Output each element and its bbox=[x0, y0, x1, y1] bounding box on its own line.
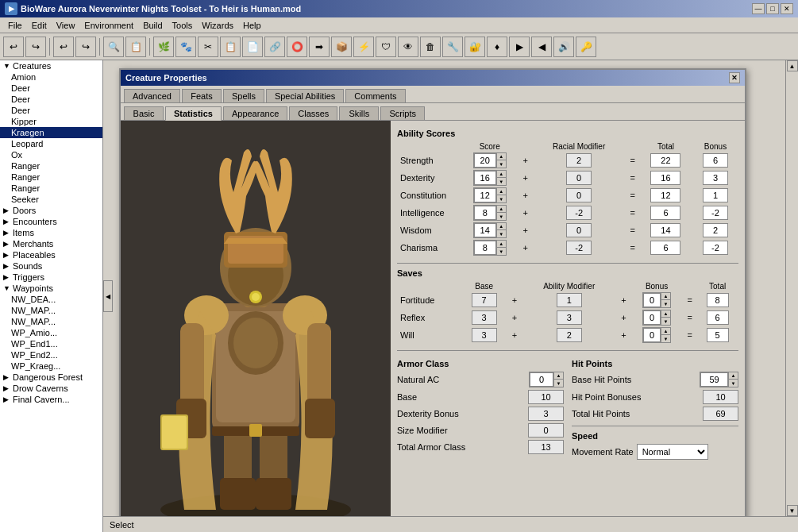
sidebar-item-amion[interactable]: Amion bbox=[0, 71, 102, 83]
ability-score-2[interactable] bbox=[474, 188, 496, 202]
tab-skills[interactable]: Skills bbox=[339, 106, 379, 120]
ability-score-cell-2[interactable]: ▲ ▼ bbox=[461, 187, 519, 204]
saves-bonus-up-2[interactable]: ▲ bbox=[661, 328, 670, 335]
toolbar-bolt[interactable]: ⚡ bbox=[353, 37, 374, 57]
sidebar-item-creatures[interactable]: ▼Creatures bbox=[0, 60, 102, 71]
tab-spells[interactable]: Spells bbox=[223, 89, 264, 102]
ability-score-up-2[interactable]: ▲ bbox=[496, 188, 506, 195]
menu-build[interactable]: Build bbox=[138, 19, 167, 32]
toolbar-sound[interactable]: 🔊 bbox=[553, 37, 574, 57]
sidebar-item-nw-dea[interactable]: NW_DEA... bbox=[0, 294, 102, 305]
sidebar-item-sounds[interactable]: ▶Sounds bbox=[0, 260, 102, 272]
sidebar-item-kraegen[interactable]: Kraegen bbox=[0, 127, 102, 138]
ability-score-up-1[interactable]: ▲ bbox=[496, 171, 506, 178]
ability-score-3[interactable] bbox=[474, 206, 496, 220]
saves-bonus-down-1[interactable]: ▼ bbox=[661, 318, 670, 325]
toolbar-plant[interactable]: 🌿 bbox=[153, 37, 174, 57]
sidebar-item-items[interactable]: ▶Items bbox=[0, 227, 102, 238]
armor-up-0[interactable]: ▲ bbox=[553, 372, 563, 380]
minimize-button[interactable]: — bbox=[752, 3, 765, 14]
toolbar-delete[interactable]: 🗑 bbox=[420, 37, 441, 57]
ability-score-cell-5[interactable]: ▲ ▼ bbox=[461, 239, 519, 256]
toolbar-paste[interactable]: 📋 bbox=[220, 37, 241, 57]
ability-score-up-4[interactable]: ▲ bbox=[496, 223, 506, 230]
toolbar-redo[interactable]: ↪ bbox=[75, 37, 96, 57]
menu-file[interactable]: File bbox=[3, 19, 27, 32]
menu-help[interactable]: Help bbox=[238, 19, 266, 32]
sidebar-item-ranger1[interactable]: Ranger bbox=[0, 160, 102, 172]
ability-score-down-3[interactable]: ▼ bbox=[496, 213, 506, 220]
sidebar-item-waypoints[interactable]: ▼Waypoints bbox=[0, 283, 102, 294]
saves-bonus-1[interactable] bbox=[643, 310, 661, 325]
sidebar-item-ox[interactable]: Ox bbox=[0, 149, 102, 160]
saves-bonus-0[interactable] bbox=[643, 293, 661, 307]
scroll-up-btn[interactable]: ▲ bbox=[787, 60, 798, 71]
sidebar-item-seeker[interactable]: Seeker bbox=[0, 194, 102, 205]
toolbar-shield[interactable]: 🛡 bbox=[376, 37, 396, 57]
hp-value-0[interactable] bbox=[700, 372, 728, 387]
toolbar-cut[interactable]: ✂ bbox=[198, 37, 218, 57]
toolbar-diamond[interactable]: ♦ bbox=[487, 37, 507, 57]
tab-classes[interactable]: Classes bbox=[289, 106, 337, 120]
ability-score-down-0[interactable]: ▼ bbox=[496, 160, 506, 168]
sidebar-item-deer3[interactable]: Deer bbox=[0, 105, 102, 116]
close-button[interactable]: ✕ bbox=[781, 3, 793, 14]
menu-environment[interactable]: Environment bbox=[79, 19, 138, 32]
toolbar-lock[interactable]: 🔐 bbox=[465, 37, 485, 57]
sidebar-item-wp-end2[interactable]: WP_End2... bbox=[0, 349, 102, 360]
ability-score-up-3[interactable]: ▲ bbox=[496, 206, 506, 213]
scroll-left-btn[interactable]: ◀ bbox=[103, 280, 113, 312]
menu-view[interactable]: View bbox=[52, 19, 80, 32]
sidebar-item-nw-map2[interactable]: NW_MAP... bbox=[0, 316, 102, 327]
ability-score-0[interactable] bbox=[474, 153, 496, 168]
sidebar-item-triggers[interactable]: ▶Triggers bbox=[0, 272, 102, 283]
ability-score-up-5[interactable]: ▲ bbox=[496, 241, 506, 248]
sidebar-item-wp-end1[interactable]: WP_End1... bbox=[0, 338, 102, 349]
toolbar-play[interactable]: ▶ bbox=[509, 37, 530, 57]
tab-statistics[interactable]: Statistics bbox=[165, 106, 222, 121]
toolbar-circle[interactable]: ⭕ bbox=[287, 37, 307, 57]
tab-comments[interactable]: Comments bbox=[345, 89, 405, 102]
dialog-close-button[interactable]: ✕ bbox=[729, 72, 740, 83]
tab-advanced[interactable]: Advanced bbox=[124, 89, 180, 102]
scroll-down-btn[interactable]: ▼ bbox=[787, 505, 798, 516]
tab-scripts[interactable]: Scripts bbox=[380, 106, 425, 120]
tab-basic[interactable]: Basic bbox=[124, 106, 164, 120]
saves-bonus-cell-2[interactable]: ▲ ▼ bbox=[630, 326, 683, 344]
toolbar-creature[interactable]: 🐾 bbox=[175, 37, 196, 57]
maximize-button[interactable]: □ bbox=[766, 3, 779, 14]
toolbar-open[interactable]: ↪ bbox=[25, 37, 46, 57]
toolbar-settings[interactable]: 🔧 bbox=[442, 37, 463, 57]
toolbar-copy[interactable]: 📋 bbox=[125, 37, 146, 57]
armor-value-0[interactable] bbox=[530, 372, 553, 387]
tab-special-abilities[interactable]: Special Abilities bbox=[266, 89, 344, 102]
saves-bonus-cell-0[interactable]: ▲ ▼ bbox=[630, 291, 683, 309]
ability-score-down-4[interactable]: ▼ bbox=[496, 230, 506, 237]
armor-spin-0[interactable]: ▲ ▼ bbox=[529, 372, 564, 387]
movement-rate-select[interactable]: Normal Fast Slow Immobile bbox=[637, 444, 708, 460]
right-scrollbar[interactable]: ▲ ▼ bbox=[785, 60, 798, 516]
menu-wizards[interactable]: Wizards bbox=[197, 19, 238, 32]
ability-score-4[interactable] bbox=[474, 223, 496, 237]
tab-appearance[interactable]: Appearance bbox=[223, 106, 287, 120]
hp-down-0[interactable]: ▼ bbox=[728, 380, 738, 387]
sidebar-item-drow-caverns[interactable]: ▶Drow Caverns bbox=[0, 383, 102, 394]
ability-score-1[interactable] bbox=[474, 171, 496, 185]
hp-up-0[interactable]: ▲ bbox=[728, 372, 738, 380]
sidebar-item-doors[interactable]: ▶Doors bbox=[0, 205, 102, 216]
toolbar-new2[interactable]: 📄 bbox=[242, 37, 263, 57]
sidebar-item-leopard[interactable]: Leopard bbox=[0, 138, 102, 149]
saves-bonus-down-2[interactable]: ▼ bbox=[661, 335, 670, 342]
menu-tools[interactable]: Tools bbox=[168, 19, 198, 32]
armor-down-0[interactable]: ▼ bbox=[553, 380, 563, 387]
ability-score-up-0[interactable]: ▲ bbox=[496, 153, 506, 160]
saves-bonus-up-0[interactable]: ▲ bbox=[661, 293, 670, 300]
toolbar-eye[interactable]: 👁 bbox=[398, 37, 418, 57]
menu-edit[interactable]: Edit bbox=[27, 19, 52, 32]
sidebar-item-final-cavern[interactable]: ▶Final Cavern... bbox=[0, 394, 102, 405]
ability-score-cell-1[interactable]: ▲ ▼ bbox=[461, 169, 519, 187]
toolbar-key[interactable]: 🔑 bbox=[576, 37, 596, 57]
toolbar-box[interactable]: 📦 bbox=[331, 37, 352, 57]
sidebar-item-wp-amio[interactable]: WP_Amio... bbox=[0, 327, 102, 338]
hp-spin-0[interactable]: ▲ ▼ bbox=[700, 372, 738, 387]
